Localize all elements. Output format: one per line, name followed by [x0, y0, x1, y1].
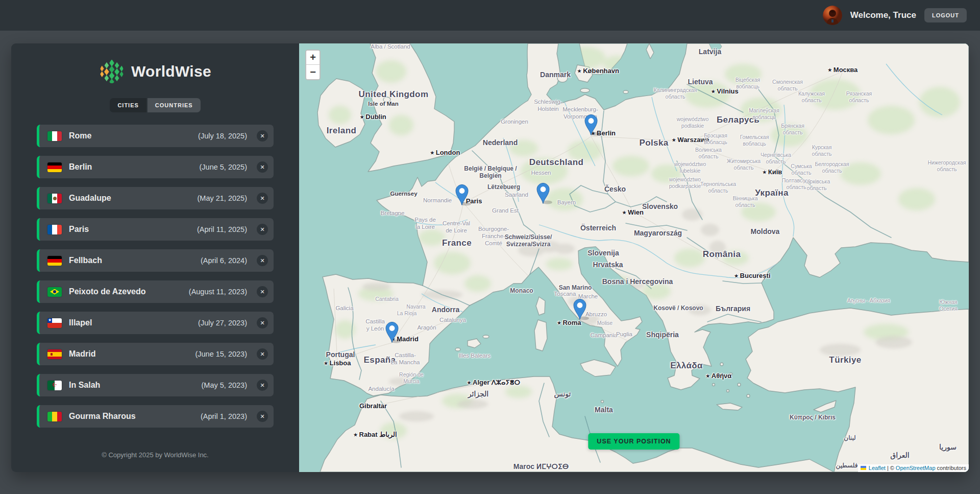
city-item[interactable]: Paris(April 11, 2025)✕ [37, 218, 274, 241]
de-flag-icon [47, 162, 62, 172]
city-date: (April 11, 2025) [197, 225, 247, 233]
city-date: (April 1, 2023) [201, 412, 247, 420]
city-name: Illapel [69, 318, 191, 327]
delete-city-button[interactable]: ✕ [257, 193, 268, 204]
city-name: Madrid [69, 349, 188, 359]
sidebar-tabs: CITIESCOUNTRIES [110, 98, 200, 112]
city-item[interactable]: Peixoto de Azevedo(August 11, 2023)✕ [37, 280, 274, 303]
city-item[interactable]: Fellbach(April 6, 2024)✕ [37, 249, 274, 272]
city-list: Rome(July 18, 2025)✕Berlin(June 5, 2025)… [37, 125, 274, 428]
city-name: Peixoto de Azevedo [69, 287, 182, 296]
city-name: In Salah [69, 381, 194, 390]
delete-city-button[interactable]: ✕ [257, 224, 268, 235]
city-name: Fellbach [69, 256, 193, 265]
map-container[interactable]: United KingdomIrelandFranceEspañaDeutsch… [299, 43, 969, 472]
map-zoom-control: + − [305, 50, 321, 80]
city-name: Gourma Rharous [69, 412, 193, 421]
attribution-separator: | [887, 465, 889, 471]
logout-button[interactable]: LOGOUT [924, 8, 967, 22]
delete-city-button[interactable]: ✕ [257, 317, 268, 328]
city-item[interactable]: Berlin(June 5, 2025)✕ [37, 156, 274, 178]
attribution-contributors: contributors [937, 465, 966, 471]
city-name: Rome [69, 131, 191, 140]
city-date: (June 15, 2023) [195, 350, 247, 358]
city-date: (April 6, 2024) [201, 256, 247, 265]
de-flag-icon [47, 256, 62, 266]
tab-cities[interactable]: CITIES [110, 98, 146, 112]
logo-text: WorldWise [131, 63, 211, 80]
br-flag-icon [47, 287, 62, 297]
dz-flag-icon [47, 381, 62, 390]
osm-link[interactable]: OpenStreetMap [896, 465, 936, 471]
it-flag-icon [47, 131, 62, 141]
city-date: (May 21, 2025) [197, 194, 247, 202]
city-date: (July 27, 2023) [198, 319, 247, 327]
app-container: WorldWise CITIESCOUNTRIES Rome(July 18, … [11, 43, 969, 472]
delete-city-button[interactable]: ✕ [257, 411, 268, 422]
city-name: Guadalupe [69, 194, 190, 203]
city-date: (June 5, 2025) [199, 163, 247, 171]
city-date: (May 5, 2023) [202, 381, 247, 389]
delete-city-button[interactable]: ✕ [257, 161, 268, 173]
map-basemap [299, 43, 969, 472]
copyright-text: © Copyright 2025 by WorldWise Inc. [102, 451, 208, 459]
welcome-text: Welcome, Truce [850, 10, 916, 20]
city-item[interactable]: In Salah(May 5, 2023)✕ [37, 374, 274, 396]
ml-flag-icon [47, 412, 62, 421]
city-item[interactable]: Rome(July 18, 2025)✕ [37, 125, 274, 147]
mx-flag-icon [47, 194, 62, 203]
delete-city-button[interactable]: ✕ [257, 286, 268, 297]
fr-flag-icon [47, 225, 62, 234]
es-flag-icon [47, 349, 62, 359]
city-date: (August 11, 2023) [189, 288, 247, 296]
use-position-button[interactable]: USE YOUR POSITION [588, 433, 679, 450]
avatar-image [823, 6, 842, 25]
city-name: Paris [69, 225, 190, 234]
city-item[interactable]: Illapel(July 27, 2023)✕ [37, 312, 274, 334]
sidebar: WorldWise CITIESCOUNTRIES Rome(July 18, … [11, 43, 299, 472]
ukraine-flag-icon [861, 466, 866, 470]
top-navbar: Welcome, Truce LOGOUT [0, 0, 980, 31]
globe-logo-icon [99, 59, 125, 84]
app-logo[interactable]: WorldWise [99, 59, 211, 84]
leaflet-link[interactable]: Leaflet [869, 465, 886, 471]
delete-city-button[interactable]: ✕ [257, 130, 268, 142]
city-item[interactable]: Madrid(June 15, 2023)✕ [37, 343, 274, 365]
attribution-copy: © [890, 465, 894, 471]
zoom-in-button[interactable]: + [306, 51, 320, 65]
tab-countries[interactable]: COUNTRIES [148, 98, 201, 112]
city-name: Berlin [69, 162, 192, 172]
delete-city-button[interactable]: ✕ [257, 380, 268, 391]
city-item[interactable]: Guadalupe(May 21, 2025)✕ [37, 187, 274, 209]
delete-city-button[interactable]: ✕ [257, 348, 268, 360]
city-item[interactable]: Gourma Rharous(April 1, 2023)✕ [37, 405, 274, 428]
delete-city-button[interactable]: ✕ [257, 255, 268, 266]
city-date: (July 18, 2025) [198, 132, 247, 140]
map-attribution: Leaflet | © OpenStreetMap contributors [858, 464, 969, 472]
cl-flag-icon [47, 318, 62, 328]
zoom-out-button[interactable]: − [306, 65, 320, 79]
user-avatar [823, 6, 842, 25]
